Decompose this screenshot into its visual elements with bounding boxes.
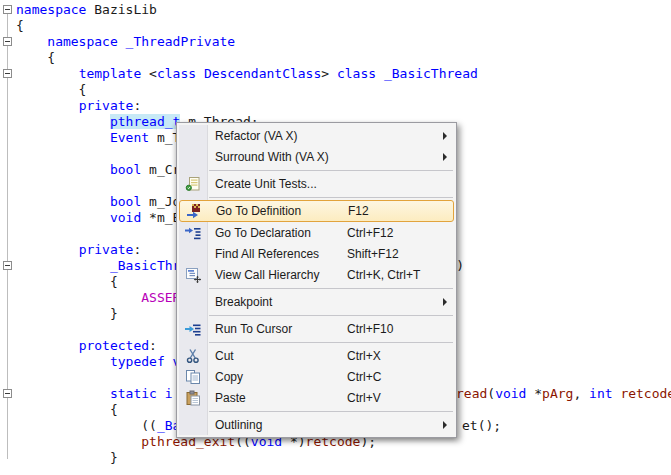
code-line[interactable]: { <box>16 18 671 34</box>
submenu-arrow-icon <box>443 153 447 161</box>
fold-collapse-box[interactable] <box>3 69 12 78</box>
menu-item-create-unit-tests[interactable]: Create Unit Tests... <box>179 173 454 194</box>
menu-item-label: View Call Hierarchy <box>215 268 319 282</box>
menu-item-run-to-cursor[interactable]: Run To CursorCtrl+F10 <box>179 318 454 339</box>
menu-icon-placeholder <box>179 294 207 310</box>
menu-item-breakpoint[interactable]: Breakpoint <box>179 291 454 312</box>
code-line[interactable]: private: <box>16 98 671 114</box>
fold-collapse-box[interactable] <box>3 261 12 270</box>
menu-item-label: Go To Declaration <box>215 226 311 240</box>
code-line[interactable]: { <box>16 50 671 66</box>
code-line[interactable]: namespace _ThreadPrivate <box>16 34 671 50</box>
menu-item-label: Refactor (VA X) <box>215 129 297 143</box>
go-to-declaration-icon <box>179 225 207 241</box>
menu-item-go-to-definition[interactable]: Go To DefinitionF12 <box>179 200 454 222</box>
code-line[interactable]: template <class DescendantClass> class _… <box>16 66 671 82</box>
menu-item-shortcut: F12 <box>348 204 369 218</box>
context-menu[interactable]: Refactor (VA X)Surround With (VA X)Creat… <box>176 122 457 438</box>
submenu-arrow-icon <box>443 298 447 306</box>
menu-item-label: Run To Cursor <box>215 322 292 336</box>
copy-icon <box>179 369 207 385</box>
menu-item-shortcut: Ctrl+C <box>347 370 381 384</box>
code-line[interactable]: namespace BazisLib <box>16 2 671 18</box>
menu-item-outlining[interactable]: Outlining <box>179 414 454 435</box>
menu-item-label: Surround With (VA X) <box>215 150 329 164</box>
menu-item-surround-with-va-x[interactable]: Surround With (VA X) <box>179 146 454 167</box>
go-to-definition-icon <box>180 203 208 219</box>
menu-icon-placeholder <box>179 149 207 165</box>
view-call-hierarchy-icon <box>179 267 207 283</box>
menu-item-shortcut: Ctrl+F10 <box>347 322 393 336</box>
menu-item-label: Create Unit Tests... <box>215 177 317 191</box>
fold-collapse-box[interactable] <box>3 389 12 398</box>
menu-item-shortcut: Shift+F12 <box>347 247 399 261</box>
run-to-cursor-icon <box>179 321 207 337</box>
fold-collapse-box[interactable] <box>3 37 12 46</box>
code-line[interactable]: } <box>16 450 671 466</box>
menu-item-label: Outlining <box>215 418 262 432</box>
submenu-arrow-icon <box>443 421 447 429</box>
menu-item-label: Cut <box>215 349 234 363</box>
paste-icon <box>179 390 207 406</box>
code-fragment: read(void *pArg, int retcode) <box>456 386 671 402</box>
folding-margin[interactable] <box>0 0 16 475</box>
menu-icon-placeholder <box>179 417 207 433</box>
menu-item-shortcut: Ctrl+X <box>347 349 381 363</box>
menu-item-copy[interactable]: CopyCtrl+C <box>179 366 454 387</box>
menu-icon-placeholder <box>179 128 207 144</box>
highlighted-symbol: pthread_t <box>110 114 180 129</box>
menu-item-shortcut: Ctrl+F12 <box>347 226 393 240</box>
menu-item-label: Breakpoint <box>215 295 272 309</box>
menu-item-paste[interactable]: PasteCtrl+V <box>179 387 454 408</box>
menu-item-label: Copy <box>215 370 243 384</box>
submenu-arrow-icon <box>443 132 447 140</box>
code-fragment: et(); <box>462 418 501 434</box>
menu-item-shortcut: Ctrl+K, Ctrl+T <box>347 268 420 282</box>
menu-item-go-to-declaration[interactable]: Go To DeclarationCtrl+F12 <box>179 222 454 243</box>
fold-collapse-box[interactable] <box>3 5 12 14</box>
code-line[interactable]: { <box>16 82 671 98</box>
menu-item-refactor-va-x[interactable]: Refactor (VA X) <box>179 125 454 146</box>
menu-icon-placeholder <box>179 246 207 262</box>
menu-item-find-all-references[interactable]: Find All ReferencesShift+F12 <box>179 243 454 264</box>
menu-item-shortcut: Ctrl+V <box>347 391 381 405</box>
menu-item-label: Go To Definition <box>216 204 301 218</box>
menu-item-cut[interactable]: CutCtrl+X <box>179 345 454 366</box>
menu-item-view-call-hierarchy[interactable]: View Call HierarchyCtrl+K, Ctrl+T <box>179 264 454 285</box>
cut-icon <box>179 348 207 364</box>
menu-item-label: Paste <box>215 391 246 405</box>
menu-item-label: Find All References <box>215 247 319 261</box>
create-unit-tests-icon <box>179 176 207 192</box>
